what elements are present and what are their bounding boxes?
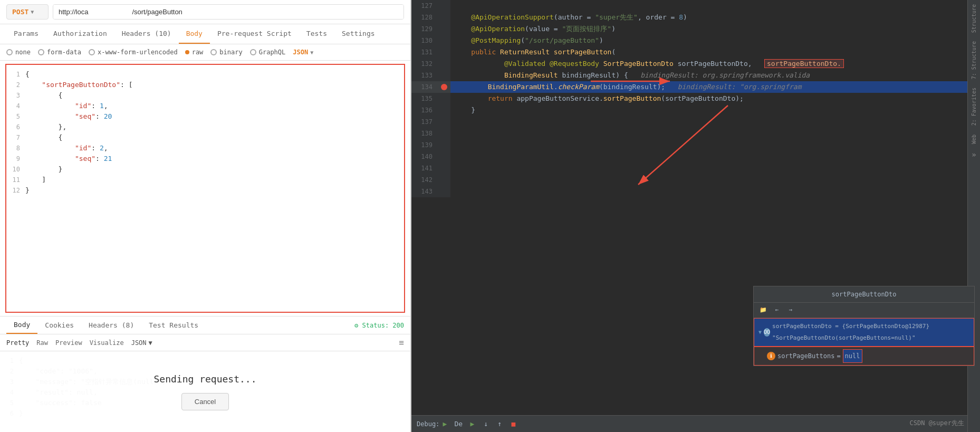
fmt-preview[interactable]: Preview (55, 339, 82, 347)
resume-icon[interactable]: ▶ (439, 419, 450, 429)
ide-line-128: 128 @ApiOperationSupport(author = "super… (411, 12, 980, 23)
sending-text: Sending request... (153, 373, 256, 385)
option-graphql[interactable]: GraphQL (250, 49, 286, 56)
ide-line-136: 136 } (411, 104, 980, 116)
vtab-structure[interactable]: Structure (970, 0, 978, 37)
postman-panel: POST ▼ Params Authorization Headers (10)… (0, 0, 411, 432)
option-form-data-label: form-data (47, 49, 81, 56)
radio-form-data (38, 49, 44, 55)
response-json-selector[interactable]: JSON ▼ (131, 339, 152, 347)
response-format-tabs: Pretty Raw Preview Visualize JSON ▼ ≡ (0, 334, 410, 351)
tooltip-main-row: ▼ OO sortPageButtonDto = {SortPageButton… (754, 318, 974, 347)
resp-tab-body[interactable]: Body (6, 316, 37, 334)
ide-line-131: 131 public ReturnResult sortPageButton( (411, 46, 980, 58)
code-line-3: 3 { (6, 90, 404, 101)
tab-pre-request[interactable]: Pre-request Script (210, 24, 299, 44)
ide-line-132: 132 @Validated @RequestBody SortPageButt… (411, 58, 980, 70)
option-urlencoded[interactable]: x-www-form-urlencoded (89, 49, 178, 56)
resp-tab-cookies[interactable]: Cookies (37, 317, 81, 333)
fmt-raw[interactable]: Raw (36, 339, 48, 347)
resp-tab-headers[interactable]: Headers (8) (81, 317, 141, 333)
tab-body[interactable]: Body (179, 24, 210, 44)
back-icon[interactable]: ← (772, 305, 782, 315)
code-line-10: 10 } (6, 164, 404, 175)
ide-panel: 127 128 @ApiOperationSupport(author = "s… (411, 0, 980, 432)
ide-line-137: 137 (411, 116, 980, 128)
url-input[interactable] (53, 5, 403, 19)
option-binary[interactable]: binary (210, 49, 242, 56)
run-icon[interactable]: ▶ (467, 419, 477, 429)
info-icon: ℹ (767, 352, 775, 360)
code-line-7: 7 { (6, 132, 404, 143)
response-tabs: Body Cookies Headers (8) Test Results ⚙ … (0, 316, 410, 334)
ide-line-135: 135 return appPageButtonService.sortPage… (411, 93, 980, 104)
radio-raw-selected (185, 50, 189, 54)
vtab-2-favorites[interactable]: 2: Favorites (970, 83, 978, 130)
option-urlencoded-label: x-www-form-urlencoded (98, 49, 178, 56)
debug-icons: ▶ De ▶ ↓ ↑ ■ (439, 419, 518, 429)
tab-settings[interactable]: Settings (334, 24, 382, 44)
code-line-9: 9 "seq": 21 (6, 153, 404, 164)
request-tabs: Params Authorization Headers (10) Body P… (0, 24, 410, 44)
step-out-icon[interactable]: ↑ (494, 419, 505, 429)
stop-icon[interactable]: ■ (508, 419, 518, 429)
object-icon: OO (764, 328, 770, 337)
tab-params[interactable]: Params (6, 24, 46, 44)
tab-tests[interactable]: Tests (299, 24, 334, 44)
resp-tab-test-results[interactable]: Test Results (141, 317, 206, 333)
radio-urlencoded (89, 49, 95, 55)
ide-line-129: 129 @ApiOperation(value = "页面按钮排序") (411, 23, 980, 35)
debug-bar: Debug: ▶ De ▶ ↓ ↑ ■ (411, 415, 980, 432)
ide-line-141: 141 (411, 162, 980, 174)
ide-line-142: 142 (411, 174, 980, 186)
step-into-icon[interactable]: ↓ (481, 419, 491, 429)
forward-icon[interactable]: → (785, 305, 796, 315)
ide-line-140: 140 (411, 151, 980, 162)
null-value: null (843, 349, 862, 363)
folder-icon[interactable]: 📁 (758, 305, 768, 315)
code-line-5: 5 "seq": 20 (6, 111, 404, 122)
option-binary-label: binary (219, 49, 242, 56)
breakpoint-icon (441, 84, 447, 90)
csdn-label: CSDN @super先生 (910, 419, 964, 428)
ide-line-134: 134 BindingParamUtil.checkParam(bindingR… (411, 81, 980, 93)
fmt-pretty[interactable]: Pretty (6, 339, 29, 347)
chevron-down-icon: ▼ (31, 9, 34, 15)
tooltip-sub-label: sortPageButtons (777, 350, 834, 362)
code-line-4: 4 "id": 1, (6, 101, 404, 111)
equals-sign: = (837, 350, 840, 362)
tooltip-toolbar: 📁 ← → (754, 303, 974, 318)
response-area: Body Cookies Headers (8) Test Results ⚙ … (0, 316, 410, 432)
json-format-selector[interactable]: JSON ▼ (293, 49, 313, 56)
sending-overlay: Sending request... Cancel (0, 351, 410, 432)
response-json-label: JSON (131, 339, 147, 347)
ide-line-127: 127 (411, 0, 980, 12)
request-body-editor[interactable]: 1 { 2 "sortPageButtonDto": [ 3 { 4 "id":… (5, 64, 405, 313)
code-line-2: 2 "sortPageButtonDto": [ (6, 80, 404, 90)
option-raw[interactable]: raw (185, 49, 204, 56)
vtab-7-structure[interactable]: 7: Structure (970, 37, 978, 83)
step-over-icon[interactable]: De (453, 419, 464, 429)
expand-icon[interactable]: » (969, 148, 978, 161)
cancel-button[interactable]: Cancel (181, 393, 229, 410)
code-line-6: 6 }, (6, 122, 404, 132)
code-line-12: 12 } (6, 185, 404, 196)
fmt-visualize[interactable]: Visualize (90, 339, 124, 347)
filter-icon[interactable]: ≡ (399, 338, 404, 348)
radio-graphql (250, 49, 256, 55)
tab-headers[interactable]: Headers (10) (114, 24, 179, 44)
ide-code-area: 127 128 @ApiOperationSupport(author = "s… (411, 0, 980, 415)
tab-authorization[interactable]: Authorization (46, 24, 114, 44)
method-dropdown[interactable]: POST ▼ (6, 4, 49, 20)
option-form-data[interactable]: form-data (38, 49, 81, 56)
vtab-web[interactable]: Web (970, 130, 978, 148)
option-none[interactable]: none (6, 49, 31, 56)
tooltip-main-text: sortPageButtonDto = {SortPageButtonDto@1… (772, 321, 969, 344)
code-line-1: 1 { (6, 69, 404, 80)
ide-line-130: 130 @PostMapping("/sort/pageButton") (411, 35, 980, 46)
debug-label: Debug: (417, 420, 439, 428)
code-line-8: 8 "id": 2, (6, 143, 404, 153)
ide-line-143: 143 (411, 186, 980, 197)
radio-none (6, 49, 13, 55)
json-chevron-icon: ▼ (310, 50, 313, 55)
